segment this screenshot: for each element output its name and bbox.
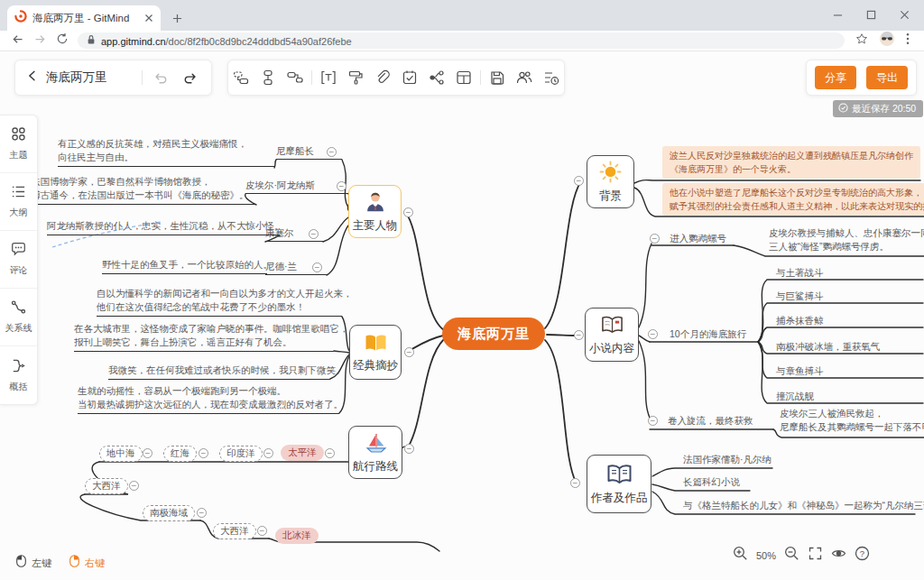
- node-stop-atlantic-2[interactable]: 大西洋: [213, 523, 256, 539]
- sidebar-item-summary[interactable]: 概括: [0, 346, 37, 404]
- relation-graph-button[interactable]: [426, 67, 448, 88]
- node-stop-arctic[interactable]: 北冰洋: [275, 528, 319, 544]
- node-ned-desc[interactable]: 野性十足的鱼叉手，一个比较原始的人。: [102, 258, 267, 274]
- collapse-icon[interactable]: [404, 444, 414, 454]
- back-icon[interactable]: [11, 32, 24, 50]
- text-button[interactable]: [318, 67, 339, 88]
- collapse-icon[interactable]: [574, 330, 584, 340]
- collapse-icon[interactable]: [648, 416, 658, 426]
- browser-menu-icon[interactable]: [906, 32, 910, 49]
- node-event-warship[interactable]: 撞沉战舰: [776, 390, 814, 403]
- sidebar-item-comments[interactable]: 评论: [0, 231, 37, 289]
- version-history-button[interactable]: [541, 67, 562, 88]
- topic-background[interactable]: 背景: [587, 155, 634, 208]
- node-event-whale[interactable]: 捕杀抹香鲸: [776, 314, 824, 327]
- window-maximize-icon[interactable]: [866, 7, 876, 23]
- presentation-eye-icon[interactable]: [831, 546, 846, 565]
- task-button[interactable]: [399, 67, 420, 88]
- collapse-icon[interactable]: [197, 508, 207, 518]
- format-brush-button[interactable]: [345, 67, 366, 88]
- node-event-ice[interactable]: 南极冲破冰墙，重获氧气: [776, 340, 881, 354]
- collapse-icon[interactable]: [257, 526, 267, 536]
- node-conseil-desc[interactable]: 阿龙纳斯教授的仆人，忠实，生性沉稳，从不大惊小怪。: [47, 219, 280, 235]
- zoom-out-icon[interactable]: [784, 546, 799, 565]
- sidebar-item-relation-line[interactable]: 关系线: [0, 289, 37, 346]
- new-tab-button[interactable]: [168, 9, 186, 27]
- node-enter-desc[interactable]: 皮埃尔教授与捕鲸人、忠仆康塞尔一同追踪神秘三人被“海怪”鹦鹉螺号俘虏。: [769, 226, 924, 253]
- zoom-level[interactable]: 50%: [756, 550, 776, 561]
- node-enter-nautilus[interactable]: 进入鹦鹉螺号: [670, 232, 726, 245]
- attachment-button[interactable]: [372, 67, 393, 88]
- node-author-genre[interactable]: 长篇科幻小说: [683, 475, 740, 489]
- node-rescue-desc[interactable]: 皮埃尔三人被渔民救起，尼摩船长及其鹦鹉螺号一起下落不明。: [780, 407, 924, 434]
- bookmark-star-icon[interactable]: [855, 32, 868, 49]
- node-event-natives[interactable]: 与土著战斗: [776, 266, 824, 280]
- node-structure-button[interactable]: [257, 67, 279, 88]
- node-event-octopus[interactable]: 与章鱼搏斗: [776, 364, 824, 378]
- collapse-icon[interactable]: [143, 448, 152, 458]
- collaborate-button[interactable]: [513, 67, 535, 88]
- doc-title[interactable]: 海底两万里: [46, 69, 107, 86]
- topic-route[interactable]: 航行路线: [348, 426, 402, 479]
- window-close-icon[interactable]: [900, 7, 910, 23]
- undo-button[interactable]: [150, 67, 171, 88]
- topic-characters[interactable]: 主要人物: [348, 185, 402, 238]
- collapse-icon[interactable]: [403, 207, 413, 217]
- help-icon[interactable]: ?: [855, 546, 870, 565]
- node-stop-antarctic[interactable]: 南极海域: [143, 505, 195, 521]
- save-button[interactable]: [486, 67, 508, 88]
- node-event-sharks[interactable]: 与巨鲨搏斗: [776, 290, 824, 303]
- redo-button[interactable]: [179, 67, 200, 88]
- node-rescue[interactable]: 卷入旋流，最终获救: [668, 414, 753, 428]
- collapse-icon[interactable]: [199, 448, 208, 458]
- collapse-icon[interactable]: [648, 329, 658, 339]
- node-author-trilogy[interactable]: 与《格兰特船长的儿女》和《神秘岛》一起称为“凡尔纳三部曲”: [683, 499, 924, 512]
- browser-tab[interactable]: 海底两万里 - GitMind: [7, 5, 161, 31]
- node-excerpt-4[interactable]: 生就的动摇性，容易从一个极端跑到另一个极端。当初最热诚拥护这次远征的人，现在却变…: [78, 384, 339, 414]
- topic-excerpts[interactable]: 经典摘抄: [349, 325, 402, 380]
- fit-screen-icon[interactable]: [808, 546, 823, 565]
- window-minimize-icon[interactable]: [833, 7, 843, 23]
- node-background-2[interactable]: 他在小说中塑造了尼摩船长这个反对沙皇专制统治的高大形象，赋予其强烈的社会责任感和…: [662, 183, 924, 216]
- collapse-icon[interactable]: [337, 181, 346, 191]
- topic-author[interactable]: 作者及作品: [587, 455, 651, 513]
- collapse-icon[interactable]: [309, 229, 319, 239]
- node-excerpt-1[interactable]: 自以为懂科学的新闻记者和一向自以为多才的文人开起火来，他们在这次值得纪念的笔战中…: [97, 287, 342, 317]
- reload-icon[interactable]: [56, 32, 69, 49]
- table-button[interactable]: [453, 67, 475, 88]
- node-excerpt-2[interactable]: 在各大城市里，这怪物变成了家喻户晓的事件。咖啡馆里歌唱它，报刊上嘲笑它，舞台上扮…: [74, 322, 334, 352]
- collapse-icon[interactable]: [570, 478, 580, 488]
- node-stop-mediterranean[interactable]: 地中海: [99, 446, 143, 462]
- collapse-icon[interactable]: [574, 176, 584, 186]
- collapse-icon[interactable]: [263, 448, 273, 458]
- node-aronnax[interactable]: 皮埃尔·阿龙纳斯: [245, 179, 348, 194]
- child-node-button[interactable]: [284, 67, 306, 88]
- node-nemo-desc[interactable]: 有正义感的反抗英雄，对殖民主义极端痛恨，向往民主与自由。: [58, 137, 274, 167]
- node-aronnax-desc[interactable]: 法国博物学家，巴黎自然科学博物馆教授，博古通今，在法国出版过一本书叫《海底的秘密…: [31, 175, 256, 205]
- collapse-icon[interactable]: [325, 448, 335, 458]
- sidebar-item-theme[interactable]: 主题: [0, 115, 37, 173]
- node-excerpt-3[interactable]: 我微笑，在任何我难过或者快乐的时候，我只剩下微笑。: [108, 364, 330, 380]
- node-stop-pacific[interactable]: 太平洋: [281, 445, 324, 461]
- node-stop-atlantic-1[interactable]: 大西洋: [85, 478, 128, 494]
- node-background-1[interactable]: 波兰人民反对沙皇独裁统治的起义遭到残酷镇压是凡尔纳创作《海底两万里》的一个导火索…: [662, 146, 920, 179]
- sidebar-item-outline[interactable]: 大纲: [0, 173, 37, 231]
- profile-avatar[interactable]: [879, 31, 895, 51]
- collapse-icon[interactable]: [312, 262, 322, 272]
- zoom-in-icon[interactable]: [733, 546, 748, 565]
- node-stop-red-sea[interactable]: 红海: [163, 446, 197, 462]
- collapse-icon[interactable]: [650, 234, 660, 244]
- sibling-node-button[interactable]: [230, 67, 252, 88]
- node-journey[interactable]: 10个月的海底旅行: [670, 327, 746, 341]
- collapse-icon[interactable]: [129, 481, 139, 491]
- forward-icon[interactable]: [33, 32, 47, 50]
- topic-content[interactable]: 小说内容: [585, 308, 639, 362]
- back-chevron-icon[interactable]: [26, 69, 39, 86]
- url-bar[interactable]: app.gitmind.cn/doc/8f2fb0c8d9bc24dddbd54…: [78, 32, 845, 49]
- collapse-icon[interactable]: [404, 347, 414, 357]
- export-button[interactable]: 导出: [866, 66, 908, 89]
- node-author-verne[interactable]: 法国作家儒勒·凡尔纳: [683, 453, 772, 466]
- collapse-icon[interactable]: [327, 147, 337, 157]
- node-stop-indian-ocean[interactable]: 印度洋: [219, 446, 263, 462]
- share-button[interactable]: 分享: [815, 66, 856, 89]
